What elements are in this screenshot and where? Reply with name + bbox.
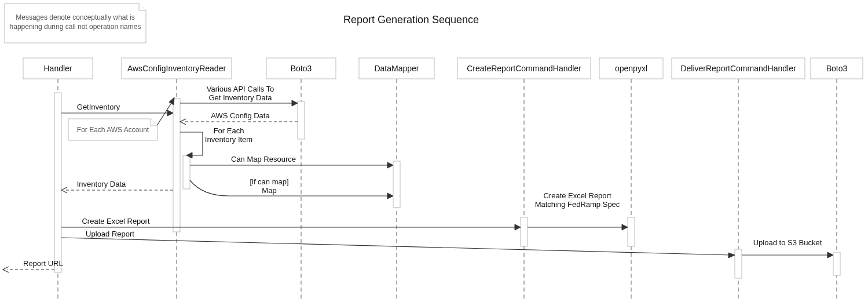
sequence-diagram: Report Generation Sequence Messages deno… xyxy=(0,0,868,302)
svg-marker-21 xyxy=(292,100,298,106)
msg-can-map-label: Can Map Resource xyxy=(231,155,296,163)
msg-map: [if can map] Map xyxy=(190,177,393,199)
msg-upload-s3-label: Upload to S3 Bucket xyxy=(753,238,822,247)
participant-handler-label: Handler xyxy=(43,64,72,73)
activation-handler xyxy=(54,93,61,272)
participant-deliverh-label: DeliverReportCommandHandler xyxy=(680,64,796,73)
participant-boto3a-label: Boto3 xyxy=(291,64,312,73)
msg-can-map: Can Map Resource xyxy=(190,155,393,168)
svg-marker-33 xyxy=(728,253,735,258)
msg-inventory-data-label: Inventory Data xyxy=(77,180,126,188)
msg-create-excel-l2: Matching FedRamp Spec xyxy=(535,200,620,209)
svg-marker-26 xyxy=(387,193,393,199)
svg-marker-29 xyxy=(515,224,521,230)
activation-reader xyxy=(173,99,180,232)
svg-marker-35 xyxy=(827,252,833,258)
note-top-line1: Messages denote conceptually what is xyxy=(16,13,134,21)
svg-marker-25 xyxy=(387,162,393,168)
participant-createh-label: CreateReportCommandHandler xyxy=(467,64,581,73)
msg-create-excel: Create Excel Report Matching FedRamp Spe… xyxy=(528,191,628,230)
activation-boto3b xyxy=(833,252,840,275)
msg-foreach-item-l1: For Each xyxy=(214,126,244,135)
msg-config-data: AWS Config Data xyxy=(180,111,298,125)
svg-marker-19 xyxy=(169,97,174,105)
participant-openpyxl: openpyxl xyxy=(599,58,663,301)
msg-upload-report-label: Upload Report xyxy=(86,230,134,238)
msg-create-report-label: Create Excel Report xyxy=(82,217,149,225)
msg-create-report: Create Excel Report xyxy=(61,217,521,230)
msg-map-label: Map xyxy=(262,186,276,195)
msg-foreach-item-l2: Inventory Item xyxy=(205,135,252,144)
participant-createh: CreateReportCommandHandler xyxy=(457,58,591,301)
msg-api-calls-l2: Get Inventory Data xyxy=(208,93,272,102)
msg-create-excel-l1: Create Excel Report xyxy=(543,191,611,200)
msg-report-url-label: Report URL xyxy=(23,259,63,268)
msg-upload-s3: Upload to S3 Bucket xyxy=(742,238,833,258)
msg-inventory-data: Inventory Data xyxy=(61,180,173,193)
participant-openpyxl-label: openpyxl xyxy=(615,64,647,73)
note-account-line1: For Each AWS Account xyxy=(77,126,149,134)
activation-createh xyxy=(521,217,528,246)
msg-get-inventory-label: GetInventory xyxy=(77,103,120,111)
note-top-line2: happening during call not operation name… xyxy=(10,23,141,31)
msg-api-calls: Various API Calls To Get Inventory Data xyxy=(180,85,298,106)
svg-marker-31 xyxy=(622,224,628,230)
msg-map-cond: [if can map] xyxy=(250,177,288,186)
activation-deliverh xyxy=(735,249,742,278)
activation-openpyxl xyxy=(628,217,635,246)
msg-foreach-item: For Each Inventory Item xyxy=(180,126,252,158)
activation-boto3a xyxy=(298,101,305,139)
participant-mapper-label: DataMapper xyxy=(374,64,419,73)
msg-api-calls-l1: Various API Calls To xyxy=(207,85,274,93)
participant-boto3b-label: Boto3 xyxy=(826,64,848,73)
activation-reader-nested xyxy=(183,155,190,189)
note-top: Messages denote conceptually what is hap… xyxy=(5,3,146,43)
msg-config-data-label: AWS Config Data xyxy=(211,111,270,120)
diagram-title: Report Generation Sequence xyxy=(343,14,479,26)
msg-report-url: Report URL xyxy=(3,259,63,272)
activation-mapper xyxy=(393,161,400,208)
msg-get-inventory: GetInventory xyxy=(61,103,173,116)
svg-marker-17 xyxy=(167,110,173,116)
participant-reader-label: AwsConfigInventoryReader xyxy=(127,64,226,73)
